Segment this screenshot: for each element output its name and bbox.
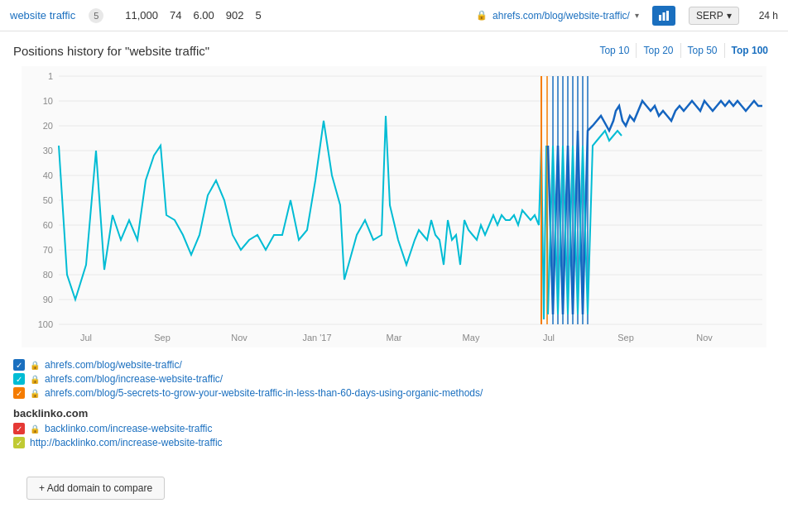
legend-url-3[interactable]: ahrefs.com/blog/5-secrets-to-grow-your-w… bbox=[45, 387, 483, 399]
svg-text:90: 90 bbox=[43, 295, 53, 304]
positions-chart: 1 10 20 30 40 50 60 70 80 90 100 Jul Sep… bbox=[13, 66, 775, 347]
legend-group-backlinko: backlinko.com ✓ 🔒 backlinko.com/increase… bbox=[13, 407, 775, 448]
svg-rect-0 bbox=[659, 15, 661, 21]
legend-url-5[interactable]: http://backlinko.com/increase-website-tr… bbox=[30, 437, 223, 448]
serp-button[interactable]: SERP ▾ bbox=[689, 7, 739, 25]
legend-checkbox-4[interactable]: ✓ bbox=[13, 423, 25, 434]
lock-icon: 🔒 bbox=[476, 10, 488, 21]
top-bar: website traffic 5 11,000 74 6.00 902 5 🔒… bbox=[0, 0, 788, 31]
add-domain-button[interactable]: + Add domain to compare bbox=[26, 477, 165, 500]
keyword-badge: 5 bbox=[89, 8, 103, 23]
stat-clicks: 902 bbox=[226, 9, 244, 22]
backlinko-domain-label: backlinko.com bbox=[13, 407, 775, 419]
legend-url-1[interactable]: ahrefs.com/blog/website-traffic/ bbox=[45, 359, 182, 371]
legend-checkbox-3[interactable]: ✓ bbox=[13, 387, 25, 399]
chart-title: Positions history for "website traffic" bbox=[13, 44, 209, 58]
legend-url-4[interactable]: backlinko.com/increase-website-traffic bbox=[45, 423, 213, 434]
filter-top100[interactable]: Top 100 bbox=[725, 43, 775, 58]
bar-chart-icon bbox=[658, 10, 670, 22]
svg-text:Jul: Jul bbox=[80, 333, 92, 343]
svg-text:Sep: Sep bbox=[617, 333, 634, 343]
svg-text:20: 20 bbox=[43, 121, 53, 131]
svg-rect-2 bbox=[666, 11, 669, 21]
stat-results: 5 bbox=[256, 9, 262, 22]
legend-lock-4: 🔒 bbox=[30, 424, 40, 434]
chart-section: Positions history for "website traffic" … bbox=[0, 31, 788, 347]
legend-lock-1: 🔒 bbox=[30, 361, 40, 370]
legend-section: ✓ 🔒 ahrefs.com/blog/website-traffic/ ✓ 🔒… bbox=[0, 347, 788, 468]
stat-cpc: 6.00 bbox=[193, 9, 214, 22]
svg-text:80: 80 bbox=[43, 270, 53, 280]
svg-text:May: May bbox=[463, 333, 480, 343]
legend-url-2[interactable]: ahrefs.com/blog/increase-website-traffic… bbox=[45, 373, 223, 385]
legend-group-ahrefs: ✓ 🔒 ahrefs.com/blog/website-traffic/ ✓ 🔒… bbox=[13, 359, 775, 399]
svg-text:Sep: Sep bbox=[154, 333, 171, 343]
svg-text:50: 50 bbox=[43, 195, 53, 205]
add-domain-section: + Add domain to compare bbox=[0, 468, 788, 521]
keyword-label[interactable]: website traffic bbox=[10, 9, 75, 22]
keyword-stats: 11,000 74 6.00 902 5 bbox=[125, 9, 261, 22]
filter-top50[interactable]: Top 50 bbox=[681, 43, 725, 58]
svg-text:30: 30 bbox=[43, 146, 53, 156]
filter-top20[interactable]: Top 20 bbox=[637, 43, 680, 58]
svg-text:100: 100 bbox=[38, 319, 53, 329]
legend-checkbox-2[interactable]: ✓ bbox=[13, 373, 25, 385]
url-container[interactable]: 🔒 ahrefs.com/blog/website-traffic/ ▾ bbox=[476, 10, 639, 22]
svg-text:Mar: Mar bbox=[387, 333, 402, 343]
svg-text:70: 70 bbox=[43, 245, 53, 255]
svg-text:Jan '17: Jan '17 bbox=[302, 333, 331, 343]
legend-item-2: ✓ 🔒 ahrefs.com/blog/increase-website-tra… bbox=[13, 373, 775, 385]
chart-wrapper: 1 10 20 30 40 50 60 70 80 90 100 Jul Sep… bbox=[13, 66, 775, 347]
url-label[interactable]: ahrefs.com/blog/website-traffic/ bbox=[492, 10, 630, 22]
time-label: 24 h bbox=[759, 10, 778, 22]
stat-volume: 11,000 bbox=[125, 9, 158, 22]
legend-item-5: ✓ http://backlinko.com/increase-website-… bbox=[13, 437, 775, 448]
legend-item-3: ✓ 🔒 ahrefs.com/blog/5-secrets-to-grow-yo… bbox=[13, 387, 775, 399]
legend-lock-2: 🔒 bbox=[30, 375, 40, 384]
serp-arrow: ▾ bbox=[727, 10, 732, 22]
svg-text:40: 40 bbox=[43, 170, 53, 180]
chart-header: Positions history for "website traffic" … bbox=[13, 43, 775, 58]
svg-text:Nov: Nov bbox=[231, 333, 247, 343]
svg-text:1: 1 bbox=[48, 71, 53, 81]
svg-text:10: 10 bbox=[43, 96, 53, 106]
top-filters: Top 10 Top 20 Top 50 Top 100 bbox=[593, 43, 775, 58]
svg-text:Jul: Jul bbox=[543, 333, 555, 343]
legend-checkbox-1[interactable]: ✓ bbox=[13, 359, 25, 371]
legend-checkbox-5[interactable]: ✓ bbox=[13, 437, 25, 448]
legend-lock-3: 🔒 bbox=[30, 389, 40, 398]
chart-view-button[interactable] bbox=[652, 6, 675, 26]
svg-rect-1 bbox=[662, 12, 665, 21]
legend-item-1: ✓ 🔒 ahrefs.com/blog/website-traffic/ bbox=[13, 359, 775, 371]
serp-label: SERP bbox=[696, 10, 723, 22]
svg-text:60: 60 bbox=[43, 220, 53, 230]
svg-text:Nov: Nov bbox=[696, 333, 713, 343]
url-dropdown-arrow[interactable]: ▾ bbox=[635, 11, 639, 20]
filter-top10[interactable]: Top 10 bbox=[593, 43, 637, 58]
stat-kd: 74 bbox=[170, 9, 181, 22]
legend-item-4: ✓ 🔒 backlinko.com/increase-website-traff… bbox=[13, 423, 775, 434]
